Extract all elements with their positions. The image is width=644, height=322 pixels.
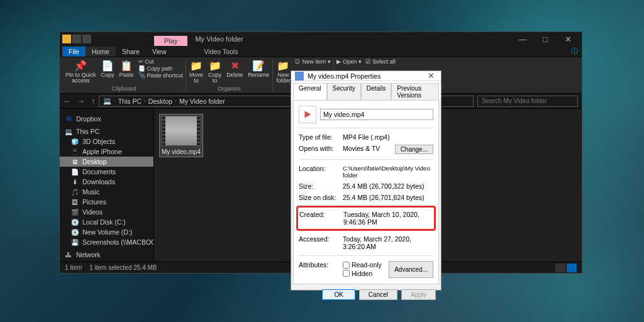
chevron-down-icon: ▾	[358, 58, 362, 65]
open-button[interactable]: ▶Open▾	[336, 58, 362, 65]
maximize-button[interactable]: □	[534, 35, 557, 44]
sidebar-item-new-volume[interactable]: 💽New Volume (D:)	[60, 227, 153, 237]
clipboard-group: 📌Pin to Quick access 📄Copy 📋Paste ✂Cut 📑…	[62, 58, 186, 92]
file-item[interactable]: My video.mp4	[159, 114, 203, 157]
type-label: Type of file:	[299, 133, 343, 141]
sidebar-item-iphone[interactable]: 📱Apple iPhone	[60, 147, 153, 157]
disk-icon: 💽	[71, 218, 79, 226]
sidebar-item-screenshots[interactable]: 💾Screenshots (\\MACBOOK...	[60, 237, 153, 247]
new-item-button[interactable]: 🗋New item▾	[295, 58, 331, 65]
home-tab[interactable]: Home	[86, 47, 116, 57]
dialog-footer: OK Cancel Apply	[291, 284, 441, 305]
cut-button[interactable]: ✂Cut	[138, 58, 184, 65]
sidebar-item-music[interactable]: 🎵Music	[60, 187, 153, 197]
desktop-icon: 🖥	[71, 158, 79, 165]
music-icon: 🎵	[71, 188, 79, 196]
accessed-label: Accessed:	[299, 235, 343, 250]
help-icon[interactable]: ⓘ	[571, 47, 578, 56]
copy-button[interactable]: 📄Copy	[101, 58, 115, 79]
copy-icon: 📄	[101, 59, 114, 72]
dialog-tabs: General Security Details Previous Versio…	[291, 81, 441, 100]
location-label: Location:	[299, 165, 343, 179]
titlebar[interactable]: Play My Video folder — □ ✕	[60, 32, 582, 46]
file-name: My video.mp4	[162, 148, 201, 155]
tab-previous-versions[interactable]: Previous Versions	[391, 83, 439, 100]
divider	[299, 128, 433, 128]
disk-icon: 💽	[71, 228, 79, 236]
size-on-disk-label: Size on disk:	[299, 194, 343, 201]
sidebar-item-downloads[interactable]: ⬇Downloads	[60, 177, 153, 187]
details-view-button[interactable]	[555, 264, 565, 272]
attributes-label: Attributes:	[299, 261, 343, 278]
sidebar-item-documents[interactable]: 📄Documents	[60, 167, 153, 177]
accessed-value: Today, March 27, 2020, 3:26:20 AM	[343, 235, 433, 250]
sidebar-item-desktop[interactable]: 🖥Desktop	[60, 157, 153, 167]
sidebar-item-dropbox[interactable]: ⧉Dropbox	[60, 114, 153, 124]
video-tools-tab[interactable]: Video Tools	[198, 47, 245, 57]
delete-button[interactable]: ✖Delete	[226, 58, 243, 79]
select-all-button[interactable]: ☑Select all	[365, 58, 396, 65]
change-button[interactable]: Change...	[395, 145, 433, 154]
ok-button[interactable]: OK	[322, 289, 355, 300]
sidebar-item-pictures[interactable]: 🖼Pictures	[60, 197, 153, 207]
folder-icon: 📁	[209, 59, 221, 72]
search-input[interactable]: Search My Video folder	[477, 96, 578, 107]
video-icon: 🎬	[71, 208, 79, 216]
copy-path-button[interactable]: 📑Copy path	[138, 65, 184, 72]
close-button[interactable]: ✕	[557, 35, 579, 44]
qat-icon[interactable]	[82, 35, 91, 43]
readonly-checkbox[interactable]: Read-only	[343, 261, 382, 269]
sidebar-item-local-disk[interactable]: 💽Local Disk (C:)	[60, 217, 153, 227]
path-icon: 📑	[138, 65, 145, 72]
doc-icon: 📄	[71, 168, 79, 175]
pc-icon: 💻	[65, 128, 72, 135]
new-folder-button[interactable]: 📁New folder	[275, 58, 291, 84]
location-value: C:\Users\fatiw\Desktop\My Video folder	[343, 165, 433, 179]
forward-button[interactable]: →	[77, 97, 85, 106]
minimize-button[interactable]: —	[511, 35, 534, 44]
phone-icon: 📱	[71, 148, 79, 155]
pin-icon: 📌	[74, 59, 87, 72]
highlighted-region: Created:Tuesday, March 10, 2020, 9:46:36…	[296, 206, 436, 231]
qat-icon[interactable]	[72, 35, 81, 43]
item-count: 1 item	[65, 264, 82, 271]
apply-button[interactable]: Apply	[401, 289, 436, 300]
divider	[299, 159, 433, 160]
dropbox-icon: ⧉	[65, 115, 72, 123]
tab-details[interactable]: Details	[361, 83, 392, 100]
paste-button[interactable]: 📋Paste	[119, 58, 135, 79]
up-button[interactable]: ↑	[91, 97, 95, 106]
sidebar-item-network[interactable]: 🖧Network	[60, 250, 153, 260]
network-drive-icon: 💾	[71, 238, 79, 246]
close-button[interactable]: ✕	[425, 71, 437, 80]
opens-with-value: Movies & TV	[343, 145, 395, 154]
rename-button[interactable]: 📝Rename	[247, 58, 270, 79]
hidden-checkbox[interactable]: Hidden	[343, 270, 372, 277]
advanced-button[interactable]: Advanced...	[389, 261, 433, 278]
selection-info: 1 item selected 25.4 MB	[89, 264, 157, 271]
play-tab[interactable]: Play	[154, 36, 187, 46]
icons-view-button[interactable]	[567, 264, 577, 272]
properties-dialog: My video.mp4 Properties ✕ General Securi…	[291, 70, 441, 291]
view-tab[interactable]: View	[146, 47, 173, 57]
open-icon: ▶	[336, 58, 341, 65]
file-tab[interactable]: File	[62, 47, 86, 57]
tab-general[interactable]: General	[293, 83, 327, 100]
paste-shortcut-button[interactable]: 📎Paste shortcut	[138, 72, 184, 79]
chevron-right-icon: ›	[114, 98, 116, 104]
size-label: Size:	[299, 182, 343, 190]
move-to-button[interactable]: 📁Move to	[189, 58, 204, 84]
share-tab[interactable]: Share	[116, 47, 146, 57]
sidebar-item-3d-objects[interactable]: 🧊3D Objects	[60, 136, 153, 147]
filename-input[interactable]: My video.mp4	[320, 109, 433, 120]
folder-icon	[62, 35, 71, 43]
copy-to-button[interactable]: 📁Copy to	[208, 58, 222, 84]
dialog-titlebar[interactable]: My video.mp4 Properties ✕	[291, 71, 441, 81]
tab-security[interactable]: Security	[327, 83, 361, 100]
back-button[interactable]: ←	[64, 97, 71, 106]
sidebar-item-videos[interactable]: 🎬Videos	[60, 207, 153, 217]
sidebar-item-this-pc[interactable]: 💻This PC	[60, 126, 153, 136]
cancel-button[interactable]: Cancel	[359, 289, 397, 300]
pin-quick-access-button[interactable]: 📌Pin to Quick access	[65, 58, 97, 84]
cut-icon: ✂	[138, 58, 143, 65]
